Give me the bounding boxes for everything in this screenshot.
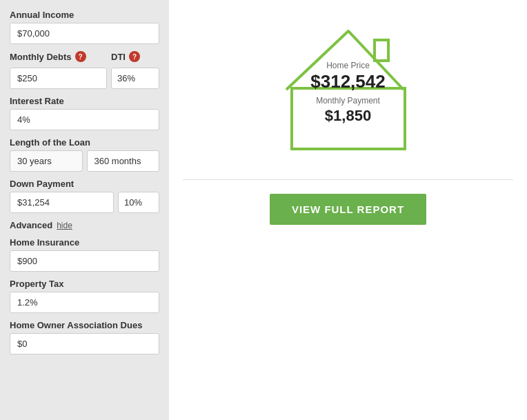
home-price-value: $312,542 — [310, 72, 385, 92]
monthly-debts-dti-inputs — [10, 68, 159, 89]
loan-length-text: Length of the Loan — [10, 137, 90, 148]
down-payment-label: Down Payment — [10, 179, 159, 189]
dti-input[interactable] — [111, 68, 159, 89]
property-tax-label: Property Tax — [10, 279, 159, 289]
property-tax-text: Property Tax — [10, 279, 64, 289]
loan-months-button[interactable]: 360 months — [87, 150, 160, 172]
hoa-group: Home Owner Association Dues — [10, 320, 159, 354]
loan-years-button[interactable]: 30 years — [10, 150, 83, 172]
hoa-text: Home Owner Association Dues — [10, 320, 142, 330]
interest-rate-input[interactable] — [10, 109, 159, 130]
divider — [183, 179, 513, 180]
dti-label: DTI ? — [111, 51, 159, 62]
home-insurance-text: Home Insurance — [10, 237, 79, 248]
monthly-debts-label-wrap: Monthly Debts ? — [10, 51, 107, 65]
monthly-debts-help-icon[interactable]: ? — [75, 51, 86, 62]
interest-rate-text: Interest Rate — [10, 96, 64, 106]
down-payment-percent-input[interactable] — [118, 192, 159, 213]
loan-length-buttons: 30 years 360 months — [10, 150, 159, 172]
down-payment-group: Down Payment — [10, 179, 159, 213]
view-full-report-button[interactable]: VIEW FULL REPORT — [270, 194, 426, 225]
dti-input-wrap — [111, 68, 159, 89]
monthly-debts-input-wrap — [10, 68, 107, 89]
loan-length-group: Length of the Loan 30 years 360 months — [10, 137, 159, 172]
loan-length-label: Length of the Loan — [10, 137, 159, 148]
house-svg-wrap: Home Price $312,542 Monthly Payment $1,8… — [272, 21, 424, 159]
dti-text: DTI — [111, 52, 126, 62]
house-info: Home Price $312,542 Monthly Payment $1,8… — [310, 61, 385, 125]
monthly-debts-text: Monthly Debts — [10, 52, 72, 62]
interest-rate-group: Interest Rate — [10, 96, 159, 130]
hide-link[interactable]: hide — [57, 221, 72, 230]
dti-label-wrap: DTI ? — [111, 51, 159, 65]
property-tax-input[interactable] — [10, 292, 159, 313]
annual-income-input[interactable] — [10, 23, 159, 44]
interest-rate-label: Interest Rate — [10, 96, 159, 106]
svg-rect-0 — [375, 40, 388, 61]
monthly-payment-value: $1,850 — [310, 107, 385, 125]
monthly-debts-dti-group: Monthly Debts ? DTI ? — [10, 51, 159, 89]
advanced-text: Advanced — [10, 220, 52, 230]
home-insurance-input[interactable] — [10, 250, 159, 272]
dti-help-icon[interactable]: ? — [129, 51, 140, 62]
property-tax-group: Property Tax — [10, 279, 159, 313]
monthly-debts-label: Monthly Debts ? — [10, 51, 107, 62]
annual-income-group: Annual Income — [10, 10, 159, 44]
advanced-label: Advanced hide — [10, 220, 159, 230]
right-panel: Home Price $312,542 Monthly Payment $1,8… — [169, 0, 527, 420]
down-payment-input[interactable] — [10, 192, 114, 213]
home-insurance-label: Home Insurance — [10, 237, 159, 248]
hoa-input[interactable] — [10, 333, 159, 354]
home-price-label: Home Price — [310, 61, 385, 70]
down-payment-inputs — [10, 192, 159, 213]
annual-income-text: Annual Income — [10, 10, 74, 20]
house-container: Home Price $312,542 Monthly Payment $1,8… — [272, 21, 424, 159]
annual-income-label: Annual Income — [10, 10, 159, 20]
monthly-debts-input[interactable] — [10, 68, 107, 89]
monthly-payment-label: Monthly Payment — [310, 96, 385, 106]
home-insurance-group: Home Insurance — [10, 237, 159, 272]
hoa-label: Home Owner Association Dues — [10, 320, 159, 330]
left-panel: Annual Income Monthly Debts ? DTI ? — [0, 0, 169, 420]
down-payment-text: Down Payment — [10, 179, 74, 189]
advanced-group: Advanced hide — [10, 220, 159, 230]
